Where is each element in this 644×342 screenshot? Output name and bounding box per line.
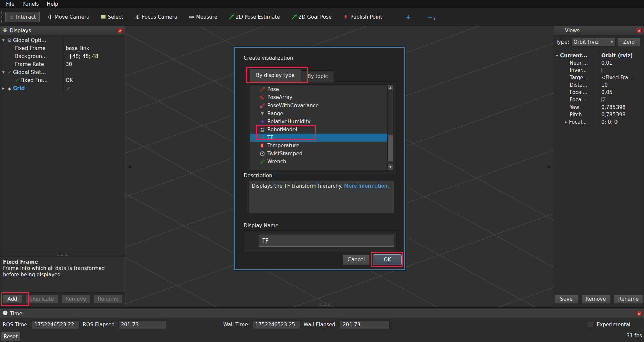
experimental-checkbox[interactable]: [588, 322, 593, 327]
ok-button[interactable]: OK: [373, 254, 402, 265]
list-item-pose[interactable]: Pose: [250, 85, 387, 93]
more-information-link[interactable]: More Information: [344, 183, 387, 189]
view-type-dropdown[interactable]: Orbit (rviz ▼: [571, 38, 615, 46]
chevron-down-icon[interactable]: ▼: [554, 54, 560, 57]
ruler-icon: [189, 14, 194, 20]
pose-estimate-tool-button[interactable]: 2D Pose Estimate: [225, 12, 283, 22]
list-item-posewithcovariance[interactable]: PoseWithCovariance: [250, 101, 387, 110]
menu-panels[interactable]: Panels: [19, 0, 42, 8]
save-view-button[interactable]: Save: [555, 294, 578, 304]
tree-row-fixed-frame[interactable]: Fixed Frame base_link: [0, 44, 125, 52]
list-item-twiststamped[interactable]: TwistStamped: [250, 150, 387, 158]
tree-row-grid[interactable]: ▶◈Grid ✓: [0, 84, 125, 92]
views-panel-header[interactable]: Views ×: [554, 26, 644, 35]
display-name-input[interactable]: [259, 235, 394, 247]
chevron-down-icon[interactable]: ▼: [434, 18, 435, 21]
list-item-robotmodel[interactable]: RobotModel: [250, 126, 387, 134]
add-tool-button[interactable]: +: [402, 13, 415, 21]
tree-row-focal-shape-fixed[interactable]: Focal... ✓: [554, 96, 644, 104]
distance-value[interactable]: 10: [601, 82, 608, 88]
publish-point-tool-button[interactable]: Publish Point: [340, 12, 385, 22]
focal-point-value[interactable]: 0; 0; 0: [601, 119, 618, 125]
tree-row-global-options[interactable]: ▼⚙Global Opti...: [0, 36, 125, 44]
collapse-left-panel-arrow-icon[interactable]: ◀: [128, 164, 131, 169]
tab-by-topic[interactable]: By topic: [301, 70, 334, 82]
tab-pane: Pose PoseArray PoseWithCovariance Range: [245, 82, 397, 174]
displays-panel-header[interactable]: Displays ×: [0, 26, 125, 35]
chevron-down-icon[interactable]: ▼: [0, 71, 6, 74]
chevron-right-icon[interactable]: ▶: [563, 120, 569, 124]
color-swatch[interactable]: [66, 54, 71, 59]
splitter-handle[interactable]: [57, 254, 68, 256]
tf-axes-icon: [260, 135, 265, 140]
tree-row-target-frame[interactable]: Targe... <Fixed Fra...: [554, 74, 644, 81]
scroll-up-icon[interactable]: ▲: [388, 85, 393, 90]
ros-elapsed-field[interactable]: 201.73: [118, 320, 166, 329]
wall-elapsed-field[interactable]: 201.73: [340, 320, 390, 329]
yaw-value[interactable]: 0,785398: [601, 104, 626, 110]
dialog-buttons: Cancel OK: [235, 254, 402, 265]
fixed-frame-value[interactable]: base_link: [66, 45, 89, 51]
tree-row-yaw[interactable]: Yaw 0,785398: [554, 104, 644, 111]
cancel-button[interactable]: Cancel: [343, 254, 370, 265]
close-icon[interactable]: ×: [637, 28, 642, 33]
toolbar-grip-handle[interactable]: [1, 11, 3, 23]
list-scrollbar[interactable]: ▲ ▼: [387, 85, 393, 170]
target-frame-value[interactable]: <Fixed Fra...: [601, 75, 633, 81]
invert-z-checkbox[interactable]: [601, 68, 606, 73]
tree-row-focal-shape-size[interactable]: Focal... 0,05: [554, 89, 644, 96]
list-item-range[interactable]: Range: [250, 110, 387, 118]
rename-display-button[interactable]: Rename: [93, 294, 123, 304]
splitter-handle[interactable]: [319, 304, 330, 306]
time-panel-header[interactable]: Time ×: [0, 309, 644, 318]
rename-view-button[interactable]: Rename: [613, 294, 643, 304]
list-item-relativehumidity[interactable]: RelativeHumidity: [250, 118, 387, 126]
focus-camera-tool-button[interactable]: ⊕ Focus Camera: [131, 12, 181, 22]
tree-row-near-clip[interactable]: Near ... 0,01: [554, 59, 644, 67]
list-item-posearray[interactable]: PoseArray: [250, 93, 387, 101]
focal-shape-size-value[interactable]: 0,05: [601, 89, 612, 95]
list-item-tf-selected[interactable]: TF: [250, 134, 387, 142]
list-item-wrench[interactable]: Wrench: [250, 158, 387, 166]
remove-display-button[interactable]: Remove: [61, 294, 91, 304]
menu-help[interactable]: Help: [43, 0, 61, 8]
scroll-down-icon[interactable]: ▼: [388, 164, 393, 170]
close-icon[interactable]: ×: [118, 28, 123, 33]
goal-pose-tool-button[interactable]: 2D Goal Pose: [288, 12, 335, 22]
chevron-right-icon[interactable]: ▶: [0, 87, 6, 90]
tree-row-global-status[interactable]: ▼✓Global Stat...: [0, 68, 125, 76]
tree-row-background-color[interactable]: Backgroun... 48; 48; 48: [0, 52, 125, 60]
zero-button[interactable]: Zero: [618, 37, 641, 47]
remove-view-button[interactable]: Remove: [581, 294, 610, 304]
move-camera-tool-button[interactable]: Move Camera: [44, 12, 93, 22]
tree-row-current-view[interactable]: ▼Current... Orbit (rviz): [554, 52, 644, 59]
background-color-value[interactable]: 48; 48; 48: [72, 53, 98, 59]
focal-shape-fixed-checkbox[interactable]: ✓: [601, 97, 606, 102]
close-icon[interactable]: ×: [636, 311, 641, 316]
interact-tool-button[interactable]: ☝ Interact: [5, 12, 40, 22]
tree-row-focal-point[interactable]: ▶Focal... 0; 0; 0: [554, 118, 644, 126]
reset-button[interactable]: Reset: [1, 332, 20, 341]
tree-row-distance[interactable]: Dista... 10: [554, 81, 644, 89]
tree-row-frame-rate[interactable]: Frame Rate 30: [0, 60, 125, 68]
frame-rate-value[interactable]: 30: [66, 61, 72, 67]
ros-time-field[interactable]: 1752246523.22: [32, 320, 79, 329]
scrollbar-thumb[interactable]: [388, 134, 393, 162]
select-tool-button[interactable]: Select: [97, 12, 126, 22]
pitch-value[interactable]: 0,785398: [601, 112, 626, 118]
duplicate-display-button[interactable]: Duplicate: [25, 294, 58, 304]
grid-enabled-checkbox[interactable]: ✓: [66, 86, 71, 91]
menu-file[interactable]: File: [3, 0, 18, 8]
list-item-temperature[interactable]: Temperature: [250, 142, 387, 150]
collapse-right-panel-arrow-icon[interactable]: ▶: [548, 164, 551, 169]
wall-time-field[interactable]: 1752246523.25: [253, 320, 300, 329]
tab-by-display-type[interactable]: By display type: [250, 68, 301, 82]
tree-row-pitch[interactable]: Pitch 0,785398: [554, 111, 644, 118]
crosshair-icon: ⊕: [135, 14, 140, 20]
near-clip-value[interactable]: 0,01: [601, 60, 612, 66]
chevron-down-icon[interactable]: ▼: [0, 39, 6, 42]
add-display-button[interactable]: Add: [2, 294, 22, 304]
measure-tool-button[interactable]: Measure: [185, 12, 221, 22]
tree-row-invert-z[interactable]: Inver...: [554, 67, 644, 74]
tree-row-fixed-frame-status[interactable]: ✓Fixed Fra... OK: [0, 76, 125, 84]
